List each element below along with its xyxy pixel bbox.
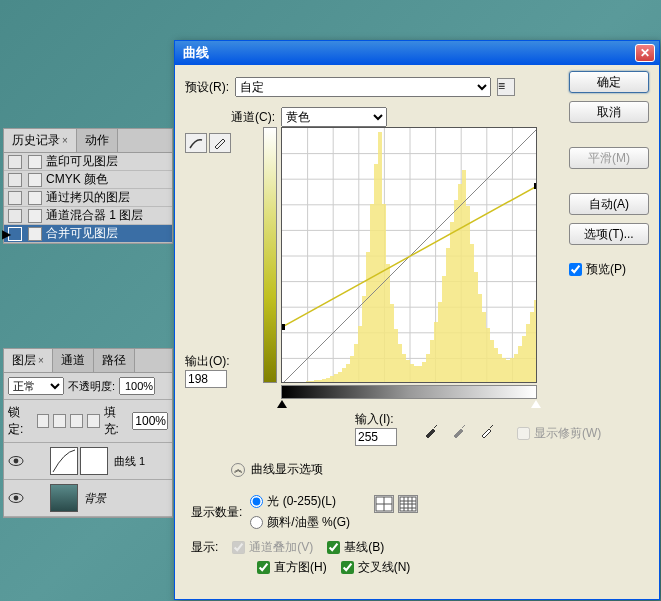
history-tabs: 历史记录× 动作 [4, 129, 172, 153]
svg-rect-22 [282, 324, 285, 330]
input-input[interactable] [355, 428, 397, 446]
curves-thumb-icon [50, 447, 78, 475]
white-eyedropper-icon[interactable] [479, 423, 495, 439]
output-group: 输出(O): [185, 353, 230, 388]
lock-transparent-icon[interactable] [37, 414, 50, 428]
tab-paths[interactable]: 路径 [94, 349, 135, 372]
lock-paint-icon[interactable] [53, 414, 66, 428]
show-label: 显示: [191, 539, 218, 556]
display-options-header[interactable]: ︽ 曲线显示选项 [231, 461, 323, 478]
histogram-check[interactable]: 直方图(H) [257, 559, 327, 576]
blend-row: 正常 不透明度: [4, 373, 172, 400]
lock-move-icon[interactable] [70, 414, 83, 428]
channel-label: 通道(C): [231, 109, 275, 126]
black-eyedropper-icon[interactable] [423, 423, 439, 439]
lock-all-icon[interactable] [87, 414, 100, 428]
opacity-label: 不透明度: [68, 379, 115, 394]
cancel-button[interactable]: 取消 [569, 101, 649, 123]
tab-channels[interactable]: 通道 [53, 349, 94, 372]
layers-panel: 图层× 通道 路径 正常 不透明度: 锁定: 填充: 曲线 1 背景 [3, 348, 173, 518]
tab-history[interactable]: 历史记录× [4, 129, 77, 152]
black-point-slider[interactable] [277, 400, 287, 408]
auto-button[interactable]: 自动(A) [569, 193, 649, 215]
history-item[interactable]: 通道混合器 1 图层 [4, 207, 172, 225]
layer-row[interactable]: 曲线 1 [4, 443, 172, 480]
close-button[interactable]: ✕ [635, 44, 655, 62]
history-current-icon: ▶ [2, 227, 11, 241]
chevron-up-icon[interactable]: ︽ [231, 463, 245, 477]
white-point-slider[interactable] [531, 400, 541, 408]
mode-icon [28, 173, 42, 187]
curve-point-tool[interactable] [185, 133, 207, 153]
tab-layers[interactable]: 图层× [4, 349, 53, 372]
show-clipping-check: 显示修剪(W) [517, 425, 601, 442]
layer-row[interactable]: 背景 [4, 480, 172, 517]
tab-close-icon[interactable]: × [62, 135, 68, 146]
button-column: 确定 取消 平滑(M) 自动(A) 选项(T)... 预览(P) [569, 71, 649, 278]
titlebar[interactable]: 曲线 ✕ [175, 41, 659, 65]
history-item[interactable]: 盖印可见图层 [4, 153, 172, 171]
input-label: 输入(I): [355, 411, 397, 428]
svg-point-1 [14, 459, 19, 464]
visibility-eye-icon[interactable] [8, 455, 24, 467]
merge-icon [28, 227, 42, 241]
history-item[interactable]: 通过拷贝的图层 [4, 189, 172, 207]
ok-button[interactable]: 确定 [569, 71, 649, 93]
history-snapshot-icon [8, 173, 22, 187]
tab-close-icon[interactable]: × [38, 355, 44, 366]
visibility-eye-icon[interactable] [8, 492, 24, 504]
input-group: 输入(I): [355, 411, 397, 446]
fill-label: 填充: [104, 404, 129, 438]
grid-coarse-icon[interactable] [374, 495, 394, 513]
svg-point-3 [14, 496, 19, 501]
history-list: 盖印可见图层 CMYK 颜色 通过拷贝的图层 通道混合器 1 图层 ▶合并可见图… [4, 153, 172, 243]
baseline-check[interactable]: 基线(B) [327, 539, 384, 556]
show-row2: 直方图(H) 交叉线(N) [257, 559, 410, 576]
gray-eyedropper-icon[interactable] [451, 423, 467, 439]
adjust-icon [28, 209, 42, 223]
history-item[interactable]: CMYK 颜色 [4, 171, 172, 189]
layer-icon [28, 155, 42, 169]
overlay-check: 通道叠加(V) [232, 539, 313, 556]
history-snapshot-icon [8, 155, 22, 169]
layer-name: 曲线 1 [114, 454, 145, 469]
smooth-button: 平滑(M) [569, 147, 649, 169]
light-radio[interactable]: 光 (0-255)(L) [250, 493, 350, 510]
layer-name: 背景 [84, 491, 106, 506]
curves-dialog: 曲线 ✕ 预设(R): 自定 ≡ 通道(C): 黄色 [174, 40, 660, 600]
pencil-tool[interactable] [209, 133, 231, 153]
amount-label: 显示数量: [191, 504, 242, 521]
mask-thumb-icon [80, 447, 108, 475]
layer-thumb-icon [50, 484, 78, 512]
grid-fine-icon[interactable] [398, 495, 418, 513]
history-snapshot-icon [8, 209, 22, 223]
lock-label: 锁定: [8, 404, 33, 438]
dialog-title: 曲线 [179, 44, 209, 62]
eyedropper-group [423, 423, 495, 439]
lock-row: 锁定: 填充: [4, 400, 172, 443]
close-icon: ✕ [640, 46, 650, 60]
history-item-selected[interactable]: ▶合并可见图层 [4, 225, 172, 243]
input-gradient [281, 385, 537, 399]
preset-label: 预设(R): [185, 79, 229, 96]
options-button[interactable]: 选项(T)... [569, 223, 649, 245]
output-gradient [263, 127, 277, 383]
history-panel: 历史记录× 动作 盖印可见图层 CMYK 颜色 通过拷贝的图层 通道混合器 1 … [3, 128, 173, 244]
intersect-check[interactable]: 交叉线(N) [341, 559, 411, 576]
blend-mode-select[interactable]: 正常 [8, 377, 64, 395]
display-options-label: 曲线显示选项 [251, 461, 323, 478]
show-clipping-checkbox [517, 427, 530, 440]
grid-lines [282, 128, 537, 383]
dialog-body: 预设(R): 自定 ≡ 通道(C): 黄色 [175, 65, 659, 599]
opacity-input[interactable] [119, 377, 155, 395]
preset-menu-button[interactable]: ≡ [497, 78, 515, 96]
layer-icon [28, 191, 42, 205]
preview-check[interactable]: 预览(P) [569, 261, 649, 278]
channel-select[interactable]: 黄色 [281, 107, 387, 127]
curves-graph[interactable] [281, 127, 537, 383]
output-input[interactable] [185, 370, 227, 388]
tab-actions[interactable]: 动作 [77, 129, 118, 152]
preset-select[interactable]: 自定 [235, 77, 491, 97]
fill-input[interactable] [132, 412, 168, 430]
ink-radio[interactable]: 颜料/油墨 %(G) [250, 514, 350, 531]
